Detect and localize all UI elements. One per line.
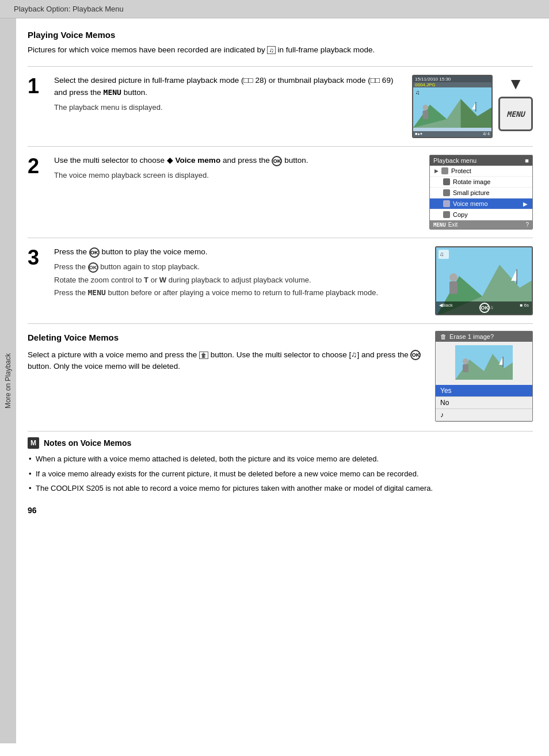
notes-section: M Notes on Voice Memos When a picture wi… [28,431,533,494]
pm-footer: MENU Exit ? [430,220,532,229]
step-1-note: The playback menu is displayed. [54,102,403,113]
mountain-svg [413,87,491,128]
ed-option-memo[interactable]: ♪ [436,409,532,421]
notes-list: When a picture with a voice memo attache… [28,453,533,494]
pm-close-icon: ■ [525,157,529,164]
step-3-text: Press the OK button to play the voice me… [54,246,426,258]
camera-filename: 0004.JPG [413,82,491,87]
svg-rect-14 [449,281,458,294]
notes-icon: M [28,437,39,449]
notes-header: M Notes on Voice Memos [28,437,533,449]
pm-voice-label: Voice memo [453,200,488,207]
back-label: ◀Back [439,303,453,313]
sidebar: More on Playback [0,18,16,743]
step-3-images: ♫ ◀Back OK♫ ■ 6s [435,246,533,315]
step-3-number: 3 [28,246,45,315]
notes-item-2: If a voice memo already exists for the c… [28,468,533,480]
ed-option-no[interactable]: No [436,397,532,409]
step-1-body: Select the desired picture in full-frame… [54,75,403,138]
ed-body [436,342,532,385]
svg-point-13 [449,273,458,281]
svg-point-6 [423,105,429,110]
voice-memo-icon-cam: ♫ [415,89,420,96]
pm-copy-label: Copy [453,211,468,218]
ed-no-label: No [440,399,449,407]
svg-rect-20 [463,364,468,372]
rotate-icon [443,178,450,185]
ed-memo-label: ♪ [440,411,444,419]
pm-item-copy[interactable]: Copy [430,209,532,220]
playback-bottom-bar: ◀Back OK♫ ■ 6s [436,301,532,314]
step-3-note-2: Rotate the zoom control to T or W during… [54,275,426,285]
intro-text: Pictures for which voice memos have been… [28,44,533,56]
main-content: Playing Voice Memos Pictures for which v… [16,18,549,743]
step-2-number: 2 [28,155,45,230]
step-3-note-1: Press the OK button again to stop playba… [54,262,426,273]
pm-item-protect[interactable]: ▶ Protect [430,166,532,177]
voice-memo-menu-icon [443,200,450,207]
camera-count: 4/ 4 [483,132,490,136]
step-1-number: 1 [28,75,45,138]
pm-title: Playback menu [433,157,476,164]
pm-small-label: Small picture [453,189,490,196]
arrow-down-icon: ▼ [508,75,524,93]
step-3-note-3: Press the MENU button before or after pl… [54,288,426,298]
step-2-text: Use the multi selector to choose ◆ Voice… [54,155,420,167]
erase-preview-svg [455,345,513,380]
copy-icon [443,211,450,218]
step-1: 1 Select the desired picture in full-fra… [28,66,533,138]
mountain-scene: ♫ [413,87,491,128]
section-heading-playing: Playing Voice Memos [28,30,533,40]
playback-menu: Playback menu ■ ▶ Protect Rotate image [429,155,533,230]
svg-point-19 [463,358,468,364]
ed-title: Erase 1 image? [449,333,494,340]
step-1-text: Select the desired picture in full-frame… [54,75,403,99]
small-picture-icon [443,189,450,196]
step-2: 2 Use the multi selector to choose ◆ Voi… [28,146,533,230]
pm-protect-label: Protect [451,167,471,174]
camera-top-bar: 15/11/2010 15:30 [413,76,491,82]
ed-header: 🗑 Erase 1 image? [436,331,532,342]
deleting-section: Deleting Voice Memos Select a picture wi… [28,323,533,422]
deleting-body: Select a picture with a voice memo and p… [28,349,424,373]
step-3-body: Press the OK button to play the voice me… [54,246,426,315]
pm-arrow-icon: ▶ [434,168,439,174]
ed-yes-label: Yes [440,387,452,395]
header-bar: Playback Option: Playback Menu [0,0,549,18]
header-title: Playback Option: Playback Menu [14,5,124,13]
menu-button: MENU [498,97,533,131]
protect-icon [441,167,448,174]
pm-exit-label: Exit [448,222,458,228]
duration-label: ■ 6s [520,303,529,313]
svg-rect-7 [423,110,429,119]
svg-text:♫: ♫ [440,251,444,257]
pm-rotate-label: Rotate image [453,178,490,185]
page-number: 96 [28,506,533,515]
camera-screen-1: 15/11/2010 15:30 0004.JPG [412,75,493,138]
menu-label: MENU [433,222,446,228]
notes-title: Notes on Voice Memos [44,438,131,448]
deleting-heading: Deleting Voice Memos [28,331,424,344]
pm-item-voice-memo[interactable]: Voice memo ▶ [430,198,532,209]
camera-bottom-bar: ■●✦ 4/ 4 [413,131,491,137]
erase-dialog: 🗑 Erase 1 image? [435,331,533,422]
ok-play-label: OK♫ [479,303,493,313]
pm-header: Playback menu ■ [430,155,532,166]
pm-voice-arrow: ▶ [523,201,528,207]
ed-option-yes[interactable]: Yes [436,385,532,397]
trash-icon: 🗑 [440,333,447,340]
step-1-images: 15/11/2010 15:30 0004.JPG [412,75,533,138]
erase-dialog-container: 🗑 Erase 1 image? [435,331,533,422]
deleting-text: Deleting Voice Memos Select a picture wi… [28,331,424,422]
step-2-body: Use the multi selector to choose ◆ Voice… [54,155,420,230]
camera-timestamp: 15/11/2010 15:30 [415,77,451,82]
step-2-images: Playback menu ■ ▶ Protect Rotate image [429,155,533,230]
pm-item-rotate[interactable]: Rotate image [430,177,532,188]
pm-item-small-picture[interactable]: Small picture [430,188,532,198]
sidebar-label: More on Playback [4,353,12,408]
step-2-note: The voice memo playback screen is displa… [54,170,420,181]
playback-screen: ♫ ◀Back OK♫ ■ 6s [435,246,533,315]
pm-help-icon: ? [525,222,529,228]
notes-item-1: When a picture with a voice memo attache… [28,453,533,465]
notes-item-3: The COOLPIX S205 is not able to record a… [28,483,533,494]
